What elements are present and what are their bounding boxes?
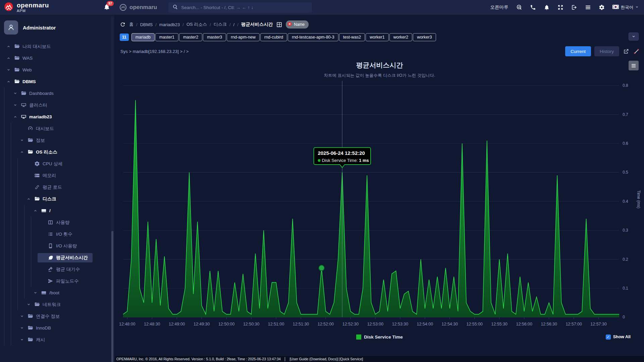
chevron-up-icon[interactable] [19,150,24,154]
logout-icon[interactable] [571,4,577,10]
sidebar-item-캐시[interactable]: 캐시 [0,334,115,346]
tree-guide [17,287,24,299]
server-tag-worker1[interactable]: worker1 [366,33,388,41]
breadcrumb-item[interactable]: 디스크 [214,21,227,27]
chart-menu-button[interactable] [629,61,639,70]
tree-guide [4,205,11,217]
chevron-up-icon[interactable] [26,197,31,201]
show-all-toggle[interactable]: ✓ Show All [606,335,631,340]
chevron-down-icon[interactable] [33,291,38,295]
chevron-down-icon[interactable] [13,103,18,107]
server-tag-master3[interactable]: master3 [203,33,226,41]
legend-swatch[interactable] [356,335,361,340]
user-profile[interactable]: Administrator [0,15,115,39]
notifications-button[interactable]: 97 [103,3,110,11]
menu-icon[interactable] [585,4,591,10]
fullscreen-icon[interactable] [557,4,564,10]
breadcrumb-item[interactable]: / [233,22,235,27]
sidebar-item-클러스터[interactable]: 클러스터 [0,99,115,111]
sidebar-item-평균 로드[interactable]: 평균 로드 [0,181,115,193]
chevron-down-icon[interactable] [19,314,24,318]
sidebar-item-정보[interactable]: 정보 [0,134,115,146]
chevron-up-icon[interactable] [6,56,11,60]
language-selector[interactable]: 한국어 [612,5,639,10]
chevron-up-icon[interactable] [33,208,38,213]
sidebar-item-Dashboards[interactable]: Dashboards [0,87,115,99]
sidebar-item-평균서비스시간[interactable]: 평균서비스시간 [0,252,115,263]
sidebar-item-평균 대기수[interactable]: 평균 대기수 [0,263,115,275]
x-axis-label: 12:48:00 [119,322,135,326]
sidebar-item-메모리[interactable]: 메모리 [0,170,115,181]
server-tag-rnd-cubird[interactable]: rnd-cubird [260,33,287,41]
chevron-up-icon[interactable] [13,115,18,119]
service-time-chart[interactable]: 12:48:0012:48:3012:49:0012:49:3012:50:00… [119,81,641,332]
app-logo[interactable]: openmaru APM [3,1,49,13]
sidebar-item-디스크[interactable]: 디스크 [0,193,115,205]
sidebar-item-/[interactable]: / [0,205,115,217]
server-tag-mariadb[interactable]: mariadb [131,33,155,41]
server-tag-master1[interactable]: master1 [155,33,178,41]
gauge-icon [27,126,34,131]
tags-dropdown-button[interactable] [629,33,639,41]
area-series-disk-service-time[interactable] [123,100,619,317]
sidebar-item-사용량[interactable]: 사용량 [0,217,115,228]
chevron-down-icon[interactable] [6,68,11,72]
grid-view-button[interactable] [276,21,282,28]
chevron-down-icon[interactable] [19,138,24,142]
phone-icon[interactable] [530,4,536,10]
server-tag-master2[interactable]: master2 [179,33,202,41]
breadcrumb-item[interactable]: DBMS [140,22,153,27]
search-input[interactable] [181,5,308,10]
open-external-button[interactable] [623,48,630,55]
refresh-button[interactable] [120,21,126,27]
sidebar-item-/boot[interactable]: /boot [0,287,115,299]
remove-filter-icon[interactable] [287,21,292,27]
sidebar-item-네트워크[interactable]: 네트워크 [0,299,115,310]
checkbox-checked-icon[interactable]: ✓ [606,335,611,340]
memory-icon [34,173,40,178]
sidebar-item-CPU 상세[interactable]: CPU 상세 [0,158,115,170]
chevron-down-icon[interactable] [19,326,24,330]
sidebar-item-label: 캐시 [36,337,45,343]
sidebar-item-대시보드[interactable]: 대시보드 [0,123,115,134]
footer-links[interactable]: [User Guide (Download, Docs)] [Quick Ser… [289,357,363,361]
sidebar-item-InnoDB[interactable]: InnoDB [0,322,115,334]
sidebar-item-DBMS[interactable]: DBMS [0,76,115,87]
breadcrumb-item[interactable]: mariadb23 [159,22,180,27]
bell-icon[interactable] [544,4,550,10]
history-button[interactable]: History [594,46,619,56]
sidebar-item-나의 대시보드[interactable]: 나의 대시보드 [0,41,115,52]
server-tag-worker2[interactable]: worker2 [389,33,412,41]
server-tag-worker3[interactable]: worker3 [413,33,436,41]
breadcrumb-item[interactable]: OS 리소스 [186,21,207,27]
chart-area[interactable]: 12:48:0012:48:3012:49:0012:49:3012:50:00… [119,81,641,332]
sidebar-item-WAS[interactable]: WAS [0,52,115,64]
sidebar-item-파일노드수[interactable]: 파일노드수 [0,275,115,287]
sidebar-item-OS 리소스[interactable]: OS 리소스 [0,146,115,158]
openmaru-symbol-icon[interactable] [516,4,522,10]
chart-tooltip: 2025-06-24 12:52:20Disk Service Time: 1 … [314,147,371,168]
current-button[interactable]: Current [565,46,591,56]
scrollbar-thumb[interactable] [111,231,113,362]
sidebar-item-mariadb23[interactable]: mariadb23 [0,111,115,123]
chevron-up-icon[interactable] [6,79,11,84]
sidebar-item-연결수 정보[interactable]: 연결수 정보 [0,310,115,322]
legend-label[interactable]: Disk Service Time [364,335,402,340]
chevron-down-icon[interactable] [13,91,18,96]
gear-icon[interactable] [599,4,605,10]
breadcrumb-item[interactable]: 홈 [129,21,133,27]
sidebar-scrollbar[interactable] [111,16,114,361]
sidebar-item-I/O 횟수[interactable]: I/O 횟수 [0,228,115,240]
server-tag-rnd-testcase-apm-80-3[interactable]: rnd-testcase-apm-80-3 [288,33,338,41]
chevron-up-icon[interactable] [6,44,11,49]
server-tag-rnd-apm-new[interactable]: rnd-apm-new [227,33,260,41]
chevron-down-icon[interactable] [26,302,31,307]
filter-chip[interactable]: Name [286,20,309,28]
sidebar-item-Web[interactable]: Web [0,64,115,76]
chart-legend[interactable]: Disk Service Time [356,335,402,340]
chevron-down-icon[interactable] [19,338,24,342]
server-tag-test-was2[interactable]: test-was2 [339,33,365,41]
search-bar[interactable] [168,2,312,13]
expand-chart-button[interactable] [633,48,640,55]
sidebar-item-I/O 사용량[interactable]: I/O 사용량 [0,240,115,252]
